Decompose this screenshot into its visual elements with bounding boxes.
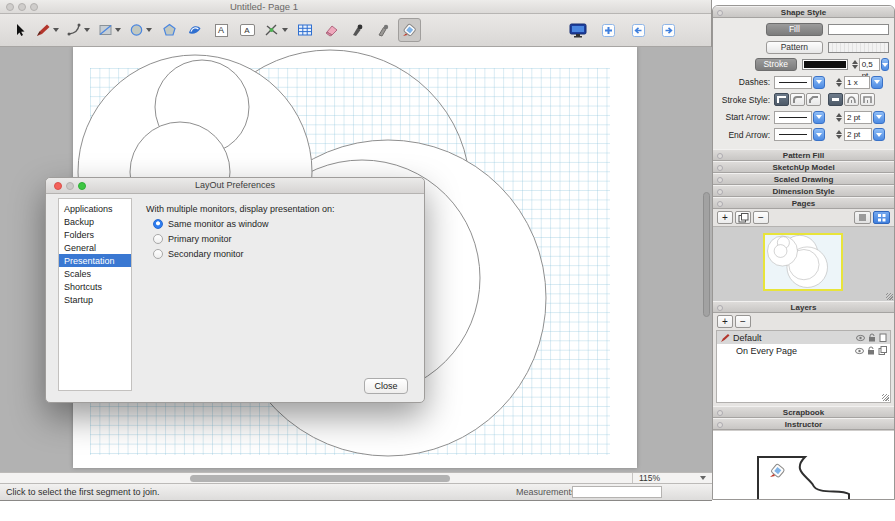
shape-style-header[interactable]: Shape Style xyxy=(713,6,894,18)
window-titlebar[interactable]: Untitled- Page 1 xyxy=(0,0,711,14)
join-tool-button[interactable] xyxy=(398,18,421,42)
dimension-style-header[interactable]: Dimension Style xyxy=(713,185,894,197)
select-tool-button[interactable] xyxy=(8,18,30,42)
end-arrow-size-dropdown[interactable] xyxy=(873,128,885,141)
start-arrow-size-dropdown[interactable] xyxy=(873,111,885,124)
dashes-scale-stepper[interactable] xyxy=(835,78,843,87)
cap-round-button[interactable] xyxy=(844,93,859,106)
style-tool-button[interactable] xyxy=(346,18,368,42)
scaled-drawing-header[interactable]: Scaled Drawing xyxy=(713,173,894,185)
add-layer-button[interactable]: + xyxy=(717,315,733,328)
start-arrow-size-value[interactable]: 2 pt xyxy=(844,111,872,124)
layer-row-on-every-page[interactable]: On Every Page xyxy=(717,344,890,357)
scrapbook-header[interactable]: Scrapbook xyxy=(713,406,894,418)
panel-resize-grip[interactable] xyxy=(886,293,893,300)
dashes-pattern-select[interactable] xyxy=(774,76,812,89)
add-page-button[interactable] xyxy=(597,18,619,42)
visibility-icon[interactable] xyxy=(855,347,864,355)
rectangle-tool-button[interactable] xyxy=(96,18,123,42)
grid-view-button[interactable] xyxy=(873,211,890,224)
instructor-header[interactable]: Instructor xyxy=(713,418,894,430)
stroke-width-stepper[interactable] xyxy=(852,60,858,69)
chevron-down-icon[interactable] xyxy=(282,28,288,32)
category-startup[interactable]: Startup xyxy=(59,293,131,306)
option-same-monitor[interactable]: Same monitor as window xyxy=(153,219,269,229)
eyedropper-tool-button[interactable] xyxy=(372,18,394,42)
shared-pages-icon[interactable] xyxy=(878,346,887,355)
arc-tool-button[interactable] xyxy=(65,18,92,42)
visibility-icon[interactable] xyxy=(856,334,865,342)
category-applications[interactable]: Applications xyxy=(59,202,131,215)
add-page-button[interactable]: + xyxy=(717,211,733,224)
category-backup[interactable]: Backup xyxy=(59,215,131,228)
zoom-control[interactable]: 115% xyxy=(632,473,712,483)
measurements-input[interactable] xyxy=(572,486,662,498)
end-arrow-dropdown[interactable] xyxy=(813,128,825,141)
close-button[interactable]: Close xyxy=(364,378,408,394)
erase-tool-button[interactable] xyxy=(320,18,342,42)
corner-miter-button[interactable] xyxy=(774,93,789,106)
pages-thumbnails-area[interactable] xyxy=(713,226,894,301)
layer-row-default[interactable]: Default xyxy=(717,331,890,344)
delete-layer-button[interactable]: − xyxy=(735,315,751,328)
text-tool-button[interactable]: A xyxy=(210,18,232,42)
vertical-scrollbar-thumb[interactable] xyxy=(703,192,710,317)
chevron-down-icon[interactable] xyxy=(53,28,59,32)
duplicate-page-button[interactable] xyxy=(735,211,751,224)
dashes-scale-value[interactable]: 1 x xyxy=(844,76,870,89)
dashes-scale-dropdown[interactable] xyxy=(871,76,883,89)
category-presentation[interactable]: Presentation xyxy=(59,254,131,267)
pages-header[interactable]: Pages xyxy=(713,197,894,209)
sketchup-model-header[interactable]: SketchUp Model xyxy=(713,161,894,173)
dashes-dropdown[interactable] xyxy=(813,76,825,89)
horizontal-scrollbar-thumb[interactable] xyxy=(190,475,450,482)
list-view-button[interactable] xyxy=(854,211,871,224)
panel-resize-grip[interactable] xyxy=(882,394,889,401)
freehand-tool-button[interactable] xyxy=(184,18,206,42)
radio-icon[interactable] xyxy=(153,234,163,244)
pattern-swatch[interactable] xyxy=(828,42,889,53)
end-arrow-size-stepper[interactable] xyxy=(835,130,843,139)
next-page-button[interactable] xyxy=(657,18,679,42)
end-arrow-select[interactable] xyxy=(774,128,812,141)
end-arrow-size-value[interactable]: 2 pt xyxy=(844,128,872,141)
category-general[interactable]: General xyxy=(59,241,131,254)
stroke-width-dropdown[interactable] xyxy=(881,58,889,71)
chevron-down-icon[interactable] xyxy=(84,28,90,32)
layers-header[interactable]: Layers xyxy=(713,301,894,313)
page-thumbnail-selected[interactable] xyxy=(763,233,843,291)
circle-tool-button[interactable] xyxy=(127,18,154,42)
option-primary-monitor[interactable]: Primary monitor xyxy=(153,234,232,244)
lock-icon[interactable] xyxy=(868,333,876,342)
pattern-toggle-button[interactable]: Pattern xyxy=(766,41,822,54)
share-page-icon[interactable] xyxy=(879,333,887,342)
previous-page-button[interactable] xyxy=(627,18,649,42)
category-scales[interactable]: Scales xyxy=(59,267,131,280)
fill-color-swatch[interactable] xyxy=(828,24,889,35)
cap-square-button[interactable] xyxy=(860,93,875,106)
split-tool-button[interactable] xyxy=(262,18,290,42)
cap-butt-button[interactable] xyxy=(828,93,843,106)
polygon-tool-button[interactable] xyxy=(158,18,180,42)
dialog-titlebar[interactable]: LayOut Preferences xyxy=(46,178,424,194)
stroke-width-value[interactable]: 0,5 pt xyxy=(859,58,880,71)
stroke-color-swatch[interactable] xyxy=(802,59,848,70)
fill-toggle-button[interactable]: Fill xyxy=(766,23,822,36)
horizontal-scrollbar[interactable]: 115% xyxy=(0,472,712,484)
start-arrow-select[interactable] xyxy=(774,111,812,124)
radio-selected-icon[interactable] xyxy=(153,219,163,229)
chevron-down-icon[interactable] xyxy=(146,28,152,32)
label-tool-button[interactable]: A xyxy=(236,18,258,42)
corner-round-button[interactable] xyxy=(790,93,805,106)
chevron-down-icon[interactable] xyxy=(115,28,121,32)
delete-page-button[interactable]: − xyxy=(753,211,769,224)
pattern-fill-header[interactable]: Pattern Fill xyxy=(713,149,894,161)
lock-icon[interactable] xyxy=(867,346,875,355)
start-arrow-size-stepper[interactable] xyxy=(835,113,843,122)
start-presentation-button[interactable] xyxy=(567,18,589,42)
category-shortcuts[interactable]: Shortcuts xyxy=(59,280,131,293)
corner-bevel-button[interactable] xyxy=(806,93,821,106)
category-folders[interactable]: Folders xyxy=(59,228,131,241)
table-tool-button[interactable] xyxy=(294,18,316,42)
start-arrow-dropdown[interactable] xyxy=(813,111,825,124)
